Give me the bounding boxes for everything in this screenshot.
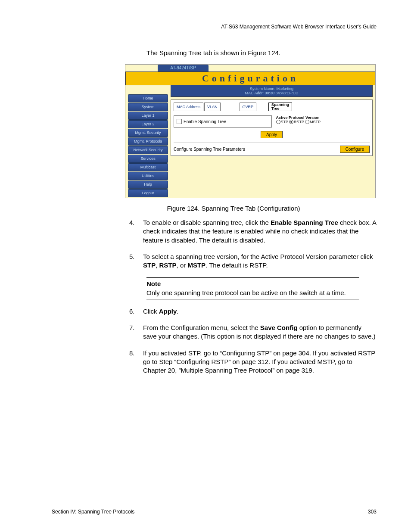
radio-mstp[interactable]: MSTP bbox=[305, 120, 321, 124]
note-label: Note bbox=[146, 280, 359, 288]
tab-mac-address[interactable]: MAC Address bbox=[174, 103, 203, 111]
radio-rstp[interactable]: RSTP bbox=[289, 120, 304, 124]
tab-spanning-tree[interactable]: Spanning Tree bbox=[268, 103, 292, 111]
sidebar-item-utilities[interactable]: Utilities bbox=[128, 172, 168, 180]
intro-text: The Spanning Tree tab is shown in Figure… bbox=[146, 49, 377, 56]
tab-vlan[interactable]: VLAN bbox=[204, 103, 221, 111]
radio-stp[interactable]: STP bbox=[276, 120, 289, 124]
sidebar-item-services[interactable]: Services bbox=[128, 155, 168, 163]
step-6: 6. Click Apply. bbox=[129, 307, 377, 316]
sidebar-item-logout[interactable]: Logout bbox=[128, 189, 168, 197]
sidebar-item-multicast[interactable]: Multicast bbox=[128, 163, 168, 171]
note-box: Note Only one spanning tree protocol can… bbox=[146, 277, 359, 299]
figure-screenshot: AT-9424T/SP Configuration Home System La… bbox=[125, 64, 377, 198]
system-info: System Name: Marketing MAC Addr: 00:30:8… bbox=[171, 85, 373, 97]
sidebar-item-layer2[interactable]: Layer 2 bbox=[128, 120, 168, 128]
footer-section: Section IV: Spanning Tree Protocols bbox=[52, 509, 134, 515]
figure-caption: Figure 124. Spanning Tree Tab (Configura… bbox=[90, 205, 377, 212]
sidebar-item-home[interactable]: Home bbox=[128, 94, 168, 103]
active-protocol-title: Active Protocol Version bbox=[276, 115, 368, 120]
sidebar-item-help[interactable]: Help bbox=[128, 180, 168, 189]
apply-button[interactable]: Apply bbox=[261, 131, 283, 138]
page-header: AT-S63 Management Software Web Browser I… bbox=[52, 24, 377, 30]
sidebar-item-layer1[interactable]: Layer 1 bbox=[128, 112, 168, 120]
step-4: 4. To enable or disable spanning tree, c… bbox=[129, 218, 377, 245]
sidebar: Home System Layer 1 Layer 2 Mgmt. Securi… bbox=[125, 85, 171, 198]
configure-params-label: Configure Spanning Tree Parameters bbox=[174, 147, 245, 152]
sidebar-item-mgmt-security[interactable]: Mgmt. Security bbox=[128, 129, 168, 137]
step-5: 5. To select a spanning tree version, fo… bbox=[129, 252, 377, 270]
step-7: 7. From the Configuration menu, select t… bbox=[129, 324, 377, 341]
model-tab: AT-9424T/SP bbox=[158, 65, 209, 72]
sidebar-item-mgmt-protocols[interactable]: Mgmt. Protocols bbox=[128, 137, 168, 146]
mac-address: MAC Addr: 00:30:84:A8:EF:CD bbox=[171, 91, 372, 95]
enable-spanning-tree-label: Enable Spanning Tree bbox=[184, 119, 226, 124]
sidebar-item-network-security[interactable]: Network Security bbox=[128, 146, 168, 154]
note-body: Only one spanning tree protocol can be a… bbox=[146, 289, 359, 297]
system-name: System Name: Marketing bbox=[171, 87, 372, 91]
step-8: 8. If you activated STP, go to “Configur… bbox=[129, 349, 377, 375]
config-title: Configuration bbox=[125, 72, 375, 85]
configure-button[interactable]: Configure bbox=[340, 146, 370, 153]
enable-spanning-tree-field: Enable Spanning Tree bbox=[174, 115, 272, 128]
tab-gvrp[interactable]: GVRP bbox=[240, 103, 257, 111]
enable-spanning-tree-checkbox[interactable] bbox=[177, 119, 182, 124]
sidebar-item-system[interactable]: System bbox=[128, 103, 168, 111]
footer-page-number: 303 bbox=[368, 509, 377, 515]
